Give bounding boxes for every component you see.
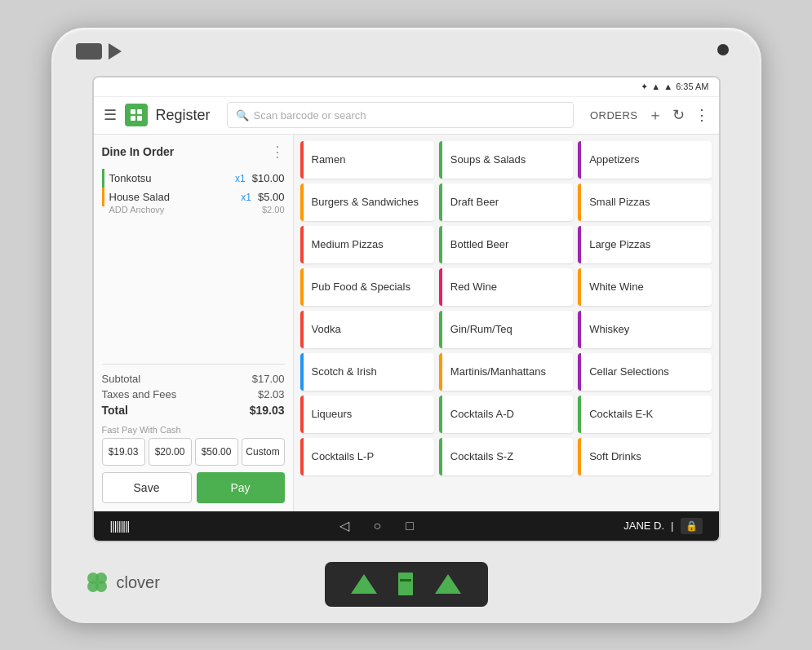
time-display: 6:35 AM <box>676 82 708 91</box>
menu-category-item[interactable]: Burgers & Sandwiches <box>300 184 434 221</box>
refresh-icon[interactable]: ↻ <box>672 106 685 124</box>
nav-right-user: JANE D. | 🔒 <box>623 518 702 534</box>
separator: | <box>671 520 673 532</box>
menu-panel: RamenSoups & SaladsAppetizersBurgers & S… <box>294 135 719 511</box>
item-price: $10.00 <box>252 172 285 184</box>
bluetooth-icon: ✦ <box>641 82 648 92</box>
menu-category-item[interactable]: Gin/Rum/Teq <box>439 311 573 348</box>
device-top-bar <box>51 28 761 76</box>
save-button[interactable]: Save <box>102 472 192 503</box>
recent-button[interactable]: □ <box>406 519 414 533</box>
search-icon: 🔍 <box>236 109 249 122</box>
svg-rect-0 <box>131 109 135 114</box>
fast-pay-buttons: $19.03 $20.00 $50.00 Custom <box>102 438 285 466</box>
modifier-name: ADD Anchovy <box>109 205 165 214</box>
order-totals: Subtotal $17.00 Taxes and Fees $2.03 Tot… <box>102 364 285 418</box>
home-button[interactable]: ○ <box>374 519 382 533</box>
menu-category-item[interactable]: Cocktails L-P <box>300 438 434 475</box>
device-controls <box>76 43 122 60</box>
clover-brand-name: clover <box>117 573 160 592</box>
fast-pay-50[interactable]: $50.00 <box>195 438 238 466</box>
card-reader-left-btn[interactable] <box>351 574 377 594</box>
nav-title: Register <box>156 107 211 124</box>
fast-pay-custom[interactable]: Custom <box>242 438 285 466</box>
device-rect-button[interactable] <box>76 43 102 60</box>
nav-right: ORDERS ＋ ↻ ⋮ <box>590 105 709 125</box>
subtotal-value: $17.00 <box>252 373 285 385</box>
taxes-label: Taxes and Fees <box>102 388 177 400</box>
pay-button[interactable]: Pay <box>197 472 285 503</box>
menu-category-item[interactable]: Liqueurs <box>300 396 434 433</box>
svg-rect-2 <box>131 116 135 121</box>
menu-category-item[interactable]: Red Wine <box>439 268 573 306</box>
order-item[interactable]: House Salad x1 $5.00 <box>102 188 285 206</box>
device-arrow-button[interactable] <box>109 43 122 60</box>
action-buttons: Save Pay <box>102 472 285 503</box>
device-bottom: clover <box>51 542 761 623</box>
menu-category-item[interactable]: Small Pizzas <box>578 184 712 221</box>
clover-logo: clover <box>84 569 160 595</box>
menu-category-item[interactable]: Whiskey <box>578 311 712 348</box>
subtotal-row: Subtotal $17.00 <box>102 371 285 387</box>
menu-category-item[interactable]: Vodka <box>300 311 434 348</box>
svg-point-7 <box>95 581 107 592</box>
order-panel: Dine In Order ⋮ Tonkotsu x1 $10.00 House… <box>94 135 294 511</box>
order-more-icon[interactable]: ⋮ <box>270 143 285 161</box>
search-placeholder: Scan barcode or search <box>254 109 366 122</box>
menu-category-item[interactable]: Cellar Selections <box>578 353 712 391</box>
menu-category-item[interactable]: Ramen <box>300 141 434 179</box>
fast-pay-label: Fast Pay With Cash <box>102 425 285 435</box>
card-reader-right-btn[interactable] <box>435 574 461 594</box>
clover-brand-icon <box>84 569 110 595</box>
menu-category-item[interactable]: Draft Beer <box>439 184 573 221</box>
menu-category-item[interactable]: Martinis/Manhattans <box>439 353 573 391</box>
add-order-icon[interactable]: ＋ <box>648 105 663 125</box>
taxes-value: $2.03 <box>258 388 285 400</box>
app-logo <box>125 104 148 126</box>
total-value: $19.03 <box>250 404 285 417</box>
menu-category-item[interactable]: Cocktails S-Z <box>439 438 573 475</box>
card-reader-slot <box>397 571 415 597</box>
back-button[interactable]: ◁ <box>339 518 349 533</box>
menu-grid: RamenSoups & SaladsAppetizersBurgers & S… <box>300 141 712 475</box>
order-title: Dine In Order <box>102 145 175 158</box>
menu-category-item[interactable]: Soft Drinks <box>578 438 712 475</box>
orders-label: ORDERS <box>590 109 638 122</box>
item-name: Tonkotsu <box>109 172 236 184</box>
lock-icon[interactable]: 🔒 <box>681 518 703 534</box>
nav-center-controls: ◁ ○ □ <box>339 518 414 533</box>
modifier-price: $2.00 <box>262 205 285 214</box>
item-modifier: ADD Anchovy $2.00 <box>102 205 285 214</box>
device: ✦ ▲ ▲ 6:35 AM ☰ Register 🔍 Scan barcode … <box>51 28 761 623</box>
fast-pay-exact[interactable]: $19.03 <box>102 438 145 466</box>
screen: ✦ ▲ ▲ 6:35 AM ☰ Register 🔍 Scan barcode … <box>92 76 721 542</box>
menu-category-item[interactable]: Bottled Beer <box>439 226 573 263</box>
subtotal-label: Subtotal <box>102 373 141 385</box>
order-item[interactable]: Tonkotsu x1 $10.00 <box>102 169 285 188</box>
fast-pay-20[interactable]: $20.00 <box>149 438 192 466</box>
menu-category-item[interactable]: Pub Food & Specials <box>300 268 434 306</box>
item-qty: x1 <box>241 192 251 203</box>
total-label: Total <box>102 404 128 417</box>
more-options-icon[interactable]: ⋮ <box>694 106 709 124</box>
item-qty: x1 <box>235 173 246 184</box>
status-icons: ✦ ▲ ▲ 6:35 AM <box>641 82 708 92</box>
signal-icon: ▲ <box>663 82 672 91</box>
device-camera <box>717 44 729 55</box>
search-bar[interactable]: 🔍 Scan barcode or search <box>227 102 574 128</box>
menu-category-item[interactable]: Cocktails A-D <box>439 396 573 433</box>
menu-category-item[interactable]: Scotch & Irish <box>300 353 434 391</box>
item-name: House Salad <box>109 191 242 203</box>
user-name: JANE D. <box>623 520 664 532</box>
menu-category-item[interactable]: Medium Pizzas <box>300 226 434 263</box>
menu-category-item[interactable]: Large Pizzas <box>578 226 712 263</box>
item-price: $5.00 <box>258 191 285 203</box>
nav-bar: ☰ Register 🔍 Scan barcode or search ORDE… <box>94 97 719 135</box>
menu-category-item[interactable]: White Wine <box>578 268 712 306</box>
wifi-icon: ▲ <box>651 82 660 91</box>
total-row: Total $19.03 <box>102 402 285 418</box>
menu-category-item[interactable]: Appetizers <box>578 141 712 179</box>
menu-icon[interactable]: ☰ <box>104 106 117 124</box>
menu-category-item[interactable]: Soups & Salads <box>439 141 573 179</box>
menu-category-item[interactable]: Cocktails E-K <box>578 396 712 433</box>
